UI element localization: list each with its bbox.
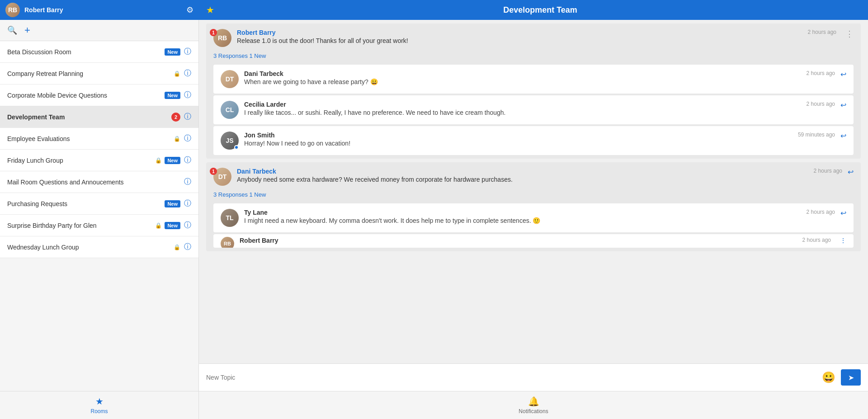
lock-icon: 🔒 bbox=[155, 222, 162, 229]
reply-avatar-ty: TL bbox=[221, 209, 239, 227]
chat-input-area: 😀 ➤ bbox=[199, 363, 868, 391]
channel-title: Development Team bbox=[220, 5, 861, 15]
info-icon[interactable]: ⓘ bbox=[184, 155, 191, 165]
reply-author: Dani Tarbeck bbox=[244, 70, 801, 77]
info-icon[interactable]: ⓘ bbox=[184, 221, 191, 230]
thread-text-1: Release 1.0 is out the door! Thanks for … bbox=[237, 37, 802, 44]
reply-thread-icon[interactable]: ↩ bbox=[848, 168, 854, 176]
chat-bottom-nav: 🔔 Notifications bbox=[199, 391, 868, 419]
lock-icon: 🔒 bbox=[174, 71, 180, 77]
header-right: ★ Development Team bbox=[199, 5, 868, 15]
sidebar-item-label: Beta Discussion Room bbox=[7, 48, 162, 56]
settings-icon[interactable]: ⚙ bbox=[186, 5, 193, 15]
sidebar-item-mail-room[interactable]: Mail Room Questions and Annoucements ⓘ bbox=[0, 171, 198, 193]
notifications-nav-item[interactable]: 🔔 Notifications bbox=[199, 391, 868, 419]
reply-icon[interactable]: ↩ bbox=[840, 132, 846, 140]
thread-more-icon-1[interactable]: ⋮ bbox=[845, 29, 854, 39]
reply-timestamp: 59 minutes ago bbox=[798, 132, 835, 138]
info-icon[interactable]: ⓘ bbox=[184, 47, 191, 56]
add-room-icon[interactable]: + bbox=[24, 24, 30, 36]
thread-more-icon-2[interactable]: ⋮ bbox=[840, 237, 846, 244]
rooms-icon: ★ bbox=[95, 396, 104, 407]
reply-timestamp: 2 hours ago bbox=[807, 70, 835, 76]
sidebar-item-friday-lunch[interactable]: Friday Lunch Group 🔒 New ⓘ bbox=[0, 150, 198, 171]
search-icon[interactable]: 🔍 bbox=[7, 25, 17, 35]
rooms-nav-item[interactable]: ★ Rooms bbox=[0, 391, 198, 419]
user-name: Robert Barry bbox=[24, 6, 182, 14]
new-badge: New bbox=[165, 157, 180, 164]
reply-text: I might need a new keyboard. My comma do… bbox=[244, 217, 801, 224]
reply-content-dani-1: Dani Tarbeck When are we going to have a… bbox=[244, 70, 801, 85]
sidebar-item-label: Employee Evaluations bbox=[7, 135, 172, 142]
sidebar-item-wednesday-lunch[interactable]: Wednesday Lunch Group 🔒 ⓘ bbox=[0, 236, 198, 258]
reply-rb-partial: RB Robert Barry 2 hours ago ⋮ bbox=[213, 234, 854, 248]
reply-avatar-jon: JS bbox=[221, 132, 239, 150]
reply-icon[interactable]: ↩ bbox=[840, 70, 846, 79]
new-badge: New bbox=[165, 92, 180, 99]
reply-icon[interactable]: ↩ bbox=[840, 101, 846, 109]
sidebar-item-label: Company Retreat Planning bbox=[7, 70, 172, 77]
sidebar-item-label: Surprise Birthday Party for Glen bbox=[7, 222, 153, 229]
sidebar-bottom-nav: ★ Rooms bbox=[0, 391, 198, 419]
info-icon[interactable]: ⓘ bbox=[184, 242, 191, 252]
info-icon[interactable]: ⓘ bbox=[184, 177, 191, 187]
reply-content-rb: Robert Barry bbox=[240, 237, 797, 244]
reply-content-cecilia: Cecilia Larder I really like tacos... or… bbox=[244, 101, 801, 116]
sidebar-item-corporate-mobile[interactable]: Corporate Mobile Device Questions New ⓘ bbox=[0, 85, 198, 106]
reply-content-jon: Jon Smith Horray! Now I need to go on va… bbox=[244, 132, 793, 147]
sidebar-item-label: Friday Lunch Group bbox=[7, 157, 153, 164]
reply-icon[interactable]: ↩ bbox=[840, 209, 846, 217]
sidebar-item-beta[interactable]: Beta Discussion Room New ⓘ bbox=[0, 41, 198, 63]
header-left: RB Robert Barry ⚙ bbox=[0, 3, 199, 17]
info-icon[interactable]: ⓘ bbox=[184, 199, 191, 208]
thread-responses-1[interactable]: 3 Responses 1 New bbox=[206, 51, 861, 63]
sidebar-item-surprise-bday[interactable]: Surprise Birthday Party for Glen 🔒 New ⓘ bbox=[0, 215, 198, 236]
thread-text-2: Anybody need some extra hardware? We rec… bbox=[237, 176, 808, 183]
thread-author-1: Robert Barry bbox=[237, 29, 802, 36]
send-button[interactable]: ➤ bbox=[841, 369, 861, 386]
sidebar-item-company-retreat[interactable]: Company Retreat Planning 🔒 ⓘ bbox=[0, 63, 198, 85]
info-icon[interactable]: ⓘ bbox=[184, 69, 191, 78]
reply-timestamp: 2 hours ago bbox=[807, 101, 835, 107]
info-icon[interactable]: ⓘ bbox=[184, 134, 191, 143]
thread-header-2: 1 DT Dani Tarbeck Anybody need some extr… bbox=[206, 162, 861, 189]
lock-icon: 🔒 bbox=[174, 244, 180, 250]
top-header: RB Robert Barry ⚙ ★ Development Team bbox=[0, 0, 868, 20]
emoji-icon[interactable]: 😀 bbox=[822, 371, 835, 384]
reply-timestamp: 2 hours ago bbox=[807, 209, 835, 215]
reply-text: I really like tacos... or sushi. Really,… bbox=[244, 109, 801, 116]
sidebar-item-development-team[interactable]: Development Team 2 ⓘ bbox=[0, 106, 198, 128]
thread-responses-2[interactable]: 3 Responses 1 New bbox=[206, 189, 861, 202]
reply-dani-1: DT Dani Tarbeck When are we going to hav… bbox=[213, 65, 854, 94]
lock-icon: 🔒 bbox=[155, 157, 162, 164]
chat-messages: 1 RB Robert Barry Release 1.0 is out the… bbox=[199, 20, 868, 363]
thread-timestamp-2: 2 hours ago bbox=[814, 168, 842, 174]
reply-author: Cecilia Larder bbox=[244, 101, 801, 108]
sidebar-item-label: Development Team bbox=[7, 113, 169, 121]
reply-ty: TL Ty Lane I might need a new keyboard. … bbox=[213, 203, 854, 232]
notifications-label: Notifications bbox=[519, 408, 548, 414]
thread-badge-2: 1 bbox=[210, 168, 217, 175]
star-icon[interactable]: ★ bbox=[206, 5, 214, 15]
reply-avatar-dani: DT bbox=[221, 70, 239, 88]
sidebar-item-employee-evaluations[interactable]: Employee Evaluations 🔒 ⓘ bbox=[0, 128, 198, 150]
reply-text: When are we going to have a release part… bbox=[244, 78, 801, 85]
sidebar-item-label: Mail Room Questions and Annoucements bbox=[7, 179, 180, 186]
info-icon[interactable]: ⓘ bbox=[184, 112, 191, 122]
reply-avatar-cecilia: CL bbox=[221, 101, 239, 119]
online-indicator bbox=[234, 145, 239, 150]
main-layout: 🔍 + Beta Discussion Room New ⓘ Company R… bbox=[0, 20, 868, 419]
lock-icon: 🔒 bbox=[174, 136, 180, 142]
thread-1: 1 RB Robert Barry Release 1.0 is out the… bbox=[206, 24, 861, 159]
user-avatar: RB bbox=[5, 3, 20, 17]
thread-2: 1 DT Dani Tarbeck Anybody need some extr… bbox=[206, 162, 861, 251]
new-badge: New bbox=[165, 222, 180, 229]
message-input[interactable] bbox=[206, 374, 816, 381]
sidebar-item-purchasing[interactable]: Purchasing Requests New ⓘ bbox=[0, 193, 198, 215]
reply-avatar-rb: RB bbox=[221, 237, 234, 248]
sidebar-item-label: Purchasing Requests bbox=[7, 200, 162, 207]
info-icon[interactable]: ⓘ bbox=[184, 90, 191, 100]
thread-timestamp-1: 2 hours ago bbox=[808, 29, 836, 35]
thread-header-1: 1 RB Robert Barry Release 1.0 is out the… bbox=[206, 24, 861, 51]
new-badge: New bbox=[165, 48, 180, 56]
